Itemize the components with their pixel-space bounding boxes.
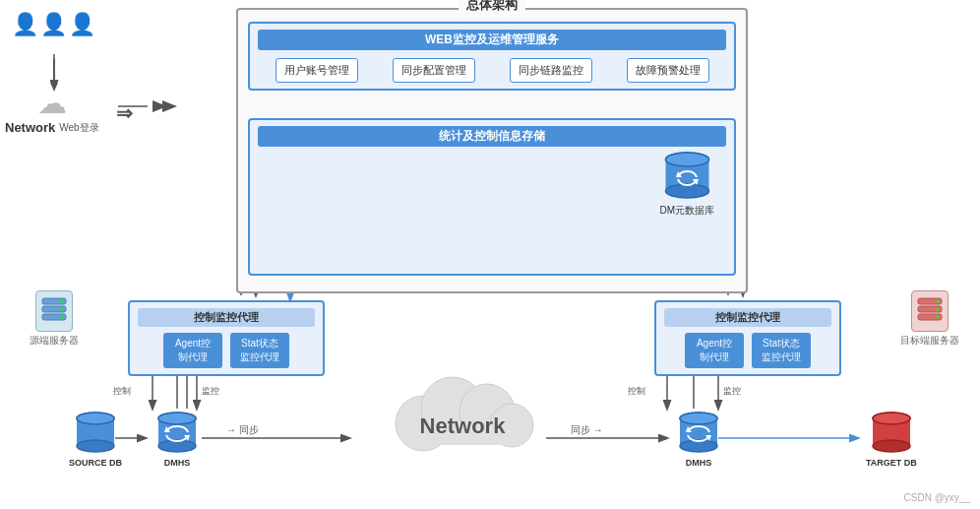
svg-point-61	[937, 316, 940, 319]
user-icon-1: 👤	[12, 12, 38, 37]
target-server: 目标端服务器	[900, 290, 959, 348]
source-server: 源端服务器	[30, 290, 79, 348]
user-icon-3: 👤	[69, 12, 95, 37]
svg-text:控制: 控制	[628, 386, 645, 396]
web-monitor-box: WEB监控及运维管理服务 用户账号管理 同步配置管理 同步链路监控 故障预警处理	[248, 22, 736, 91]
target-db: TARGET DB	[866, 409, 917, 468]
control-proxy-right-title: 控制监控代理	[664, 308, 831, 327]
target-db-label: TARGET DB	[866, 458, 917, 468]
dmhs-right: DMHS	[674, 409, 723, 468]
diagram-container: → 同步 同步 → 1、监听控制命令；2、存储执行结果 存储统计监控信息 存储统…	[0, 0, 980, 509]
svg-point-55	[61, 316, 64, 319]
dmhs-left-label: DMHS	[164, 458, 191, 468]
web-monitor-item-2: 同步配置管理	[393, 58, 475, 83]
web-monitor-item-1: 用户账号管理	[276, 58, 358, 83]
svg-point-60	[937, 308, 940, 311]
web-monitor-item-3: 同步链路监控	[510, 58, 592, 83]
network-cloud-left: ☁ Network Web登录	[5, 89, 99, 135]
user-icon-2: 👤	[40, 12, 67, 37]
dmhs-right-icon	[674, 409, 723, 458]
stats-box: 统计及控制信息存储 DM元数据库	[248, 118, 736, 276]
dmhs-left: DMHS	[153, 409, 202, 468]
user-icons: 👤 👤 👤	[12, 12, 95, 37]
network-label-left: Network	[5, 120, 55, 135]
watermark: CSDN @yxy__	[904, 492, 970, 503]
svg-text:→ 同步: → 同步	[226, 424, 259, 435]
svg-point-80	[873, 440, 910, 452]
svg-point-53	[61, 300, 64, 303]
stats-title: 统计及控制信息存储	[258, 126, 726, 147]
source-db-label: SOURCE DB	[69, 458, 122, 468]
target-db-icon	[867, 409, 916, 458]
svg-text:Network: Network	[420, 414, 507, 438]
network-center-cloud: Network	[384, 374, 541, 453]
proxy-agents-right: Agent控制代理 Stat状态监控代理	[664, 333, 831, 368]
users-section: 👤 👤 👤	[12, 12, 95, 37]
main-arch-box: 总体架构 WEB监控及运维管理服务 用户账号管理 同步配置管理 同步链路监控 故…	[236, 8, 748, 293]
svg-point-46	[665, 184, 708, 198]
control-proxy-left: 控制监控代理 Agent控制代理 Stat状态监控代理	[128, 300, 325, 376]
dm-db-icon	[660, 150, 714, 204]
stat-monitor-right: Stat状态监控代理	[752, 333, 811, 368]
svg-point-69	[158, 413, 196, 424]
cloud-icon-left: ☁	[37, 89, 67, 118]
dm-db-label: DM元数据库	[659, 204, 714, 218]
agent-control-right: Agent控制代理	[685, 333, 744, 368]
proxy-agents-left: Agent控制代理 Stat状态监控代理	[138, 333, 315, 368]
stat-monitor-left: Stat状态监控代理	[230, 333, 289, 368]
svg-marker-3	[162, 100, 177, 112]
dmhs-right-label: DMHS	[686, 458, 712, 468]
double-arrow-right: ⇒	[116, 101, 133, 125]
control-proxy-left-title: 控制监控代理	[138, 308, 315, 327]
control-proxy-right: 控制监控代理 Agent控制代理 Stat状态监控代理	[654, 300, 841, 376]
svg-point-81	[873, 413, 910, 424]
svg-text:监控: 监控	[723, 386, 741, 396]
agent-control-left: Agent控制代理	[163, 333, 222, 368]
svg-text:同步 →: 同步 →	[571, 424, 603, 435]
target-server-label: 目标端服务器	[900, 334, 959, 348]
web-monitor-title: WEB监控及运维管理服务	[258, 30, 726, 50]
web-monitor-item-4: 故障预警处理	[627, 58, 709, 83]
source-server-label: 源端服务器	[30, 334, 79, 348]
svg-point-54	[61, 308, 64, 311]
dm-db: DM元数据库	[659, 150, 714, 218]
svg-point-65	[77, 413, 114, 424]
svg-point-75	[680, 413, 717, 424]
target-server-icon	[916, 295, 944, 323]
svg-text:控制: 控制	[113, 386, 131, 396]
source-server-icon	[40, 295, 68, 323]
arch-title: 总体架构	[459, 0, 525, 14]
source-db: SOURCE DB	[69, 409, 122, 468]
svg-point-59	[937, 300, 940, 303]
svg-point-64	[77, 440, 114, 452]
web-login-label: Web登录	[59, 121, 98, 135]
network-center: Network	[384, 374, 541, 453]
source-db-icon	[71, 409, 120, 458]
svg-marker-2	[153, 100, 167, 112]
dmhs-left-icon	[153, 409, 202, 458]
web-monitor-items: 用户账号管理 同步配置管理 同步链路监控 故障预警处理	[258, 58, 726, 83]
svg-point-47	[665, 153, 708, 166]
svg-text:监控: 监控	[202, 386, 219, 396]
